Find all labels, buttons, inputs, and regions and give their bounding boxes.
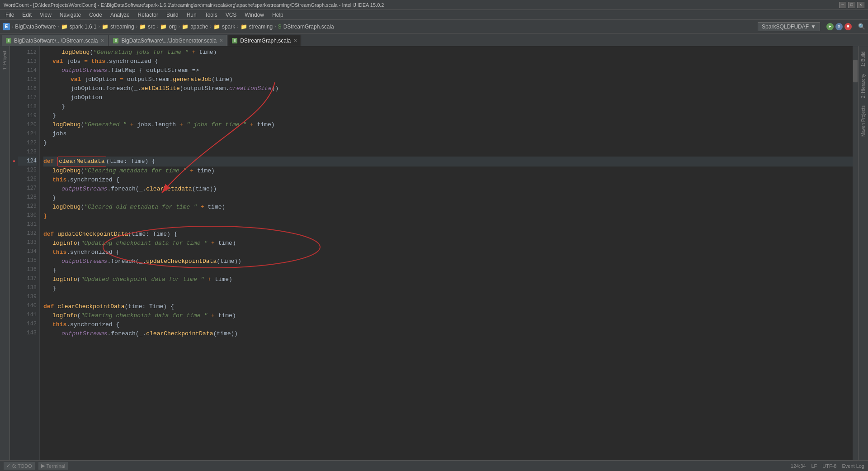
tab-dstream-label: BigDataSoftware\...\DStream.scala [14,38,98,44]
code-line-127: outputStreams.foreach(_.clearMetadata(ti… [43,185,853,194]
title-bar: WordCount - [D:\IdeaProjects\WordCount] … [0,0,868,10]
search-icon[interactable]: 🔍 [858,23,865,30]
breadcrumb-spark[interactable]: spark-1.6.1 [70,24,97,30]
tab-jobgenerator-close[interactable]: ✕ [219,38,223,43]
code-line-124: def clearMetadata(time: Time) { [43,157,853,167]
maximize-button[interactable]: □ [848,2,855,8]
breadcrumb-item: E [3,23,10,30]
menu-bar: File Edit View Navigate Code Analyze Ref… [0,10,868,20]
code-line-121: jobs [43,129,853,138]
breadcrumb-spark2[interactable]: spark [222,24,235,30]
breadcrumb-bigdata[interactable]: BigDataSoftware [15,24,56,30]
code-line-132: def updateCheckpointData(time: Time) { [43,230,853,239]
breadcrumb-folder4-icon: 📁 [160,24,167,30]
scrollbar[interactable] [853,46,858,460]
breadcrumb-src[interactable]: src [148,24,155,30]
breadcrumb-apache[interactable]: apache [190,24,208,30]
code-line-116: jobOption.foreach(_.setCallSite(outputSt… [43,84,853,93]
tab-dstreamgraph[interactable]: S DStreamGraph.scala ✕ [228,35,301,46]
run-buttons: ▶ ⚙ ■ [826,23,852,30]
code-content[interactable]: logDebug("Generating jobs for time " + t… [40,46,853,460]
code-line-122: } [43,138,853,147]
cursor-position: 124:34 [791,463,806,469]
menu-help[interactable]: Help [269,11,287,19]
tab-jobgenerator-label: BigDataSoftware\...\JobGenerator.scala [121,38,217,44]
event-log-label[interactable]: Event Log [842,463,864,469]
code-line-135: outputStreams.foreach(_.updateCheckpoint… [43,257,853,266]
breadcrumb-streaming2[interactable]: streaming [249,24,273,30]
code-line-140: def clearCheckpointData(time: Time) { [43,302,853,311]
build-panel-label[interactable]: 1: Build [860,48,867,70]
breadcrumb-file-icon: S [278,24,282,30]
menu-analyze[interactable]: Analyze [107,11,133,19]
breadcrumb: E › BigDataSoftware › 📁 spark-1.6.1 › 📁 … [3,23,334,30]
code-area: ● 112 113 114 115 116 117 118 119 120 12… [10,46,858,460]
breadcrumb-folder-icon: 📁 [61,24,68,30]
run-button[interactable]: ▶ [826,23,834,30]
code-line-138: } [43,284,853,293]
far-right-panels: 1: Build 2: Hierarchy Maven Projects [858,46,868,460]
breadcrumb-folder6-icon: 📁 [213,24,220,30]
code-line-133: logInfo("Updating checkpoint data for ti… [43,239,853,248]
menu-vcs[interactable]: VCS [222,11,241,19]
hierarchy-panel-label[interactable]: 2: Hierarchy [860,70,867,102]
status-left: ✓ 6: TODO ▶ Terminal [4,462,68,470]
todo-label: 6: TODO [12,463,32,469]
tab-dstreamgraph-close[interactable]: ✕ [293,38,297,43]
tab-jobgenerator[interactable]: S BigDataSoftware\...\JobGenerator.scala… [109,35,227,46]
terminal-icon: ▶ [41,463,45,469]
todo-icon: ✓ [6,463,10,469]
dropdown-icon: ▼ [811,24,816,30]
minimize-button[interactable]: — [839,2,846,8]
code-line-123 [43,147,853,157]
scrollbar-thumb[interactable] [853,60,858,82]
menu-code[interactable]: Code [85,11,106,19]
run-config-label: SparkSQLDFUDAF [762,24,809,30]
stop-button[interactable]: ■ [844,23,852,30]
breadcrumb-folder3-icon: 📁 [139,24,146,30]
breadcrumb-org[interactable]: org [169,24,176,30]
breadcrumb-folder2-icon: 📁 [102,24,108,30]
terminal-tab[interactable]: ▶ Terminal [38,462,68,470]
code-line-114: outputStreams.flatMap { outputStream => [43,66,853,75]
code-line-128: } [43,194,853,203]
menu-build[interactable]: Build [163,11,182,19]
main-layout: 1: Project ● [0,46,868,460]
breadcrumb-folder5-icon: 📁 [182,24,189,30]
todo-tab[interactable]: ✓ 6: TODO [4,462,35,470]
window-controls[interactable]: — □ ✕ [839,2,864,8]
code-line-126: this.synchronized { [43,176,853,185]
code-line-113: val jobs = this.synchronized { [43,57,853,66]
terminal-label: Terminal [47,463,66,469]
title-text: WordCount - [D:\IdeaProjects\WordCount] … [4,2,384,8]
menu-navigate[interactable]: Navigate [56,11,85,19]
line-numbers: 112 113 114 115 116 117 118 119 120 121 … [18,46,40,460]
menu-tools[interactable]: Tools [201,11,221,19]
code-line-142: this.synchronized { [43,320,853,329]
code-line-119: } [43,111,853,120]
menu-refactor[interactable]: Refactor [134,11,162,19]
project-panel[interactable]: 1: Project [1,48,8,72]
menu-edit[interactable]: Edit [19,11,35,19]
menu-view[interactable]: View [36,11,55,19]
menu-run[interactable]: Run [183,11,200,19]
menu-window[interactable]: Window [241,11,268,19]
debug-button[interactable]: ⚙ [835,23,843,30]
project-icon: E [3,23,10,30]
breadcrumb-file[interactable]: DStreamGraph.scala [283,24,334,30]
menu-file[interactable]: File [2,11,18,19]
run-config[interactable]: SparkSQLDFUDAF ▼ [758,22,820,31]
close-button[interactable]: ✕ [857,2,864,8]
breadcrumb-folder7-icon: 📁 [241,24,247,30]
tab-dstream-close[interactable]: ✕ [100,38,104,43]
tab-dstreamgraph-label: DStreamGraph.scala [240,38,291,44]
maven-panel-label[interactable]: Maven Projects [860,102,867,140]
code-line-143: outputStreams.foreach(_.clearCheckpointD… [43,329,853,338]
tabs-bar: S BigDataSoftware\...\DStream.scala ✕ S … [0,33,868,46]
encoding: UTF-8 [822,463,836,469]
code-line-115: val jobOption = outputStream.generateJob… [43,75,853,84]
breadcrumb-streaming[interactable]: streaming [110,24,134,30]
code-line-134: this.synchronized { [43,248,853,257]
code-line-139 [43,293,853,302]
tab-dstream[interactable]: S BigDataSoftware\...\DStream.scala ✕ [2,35,108,46]
